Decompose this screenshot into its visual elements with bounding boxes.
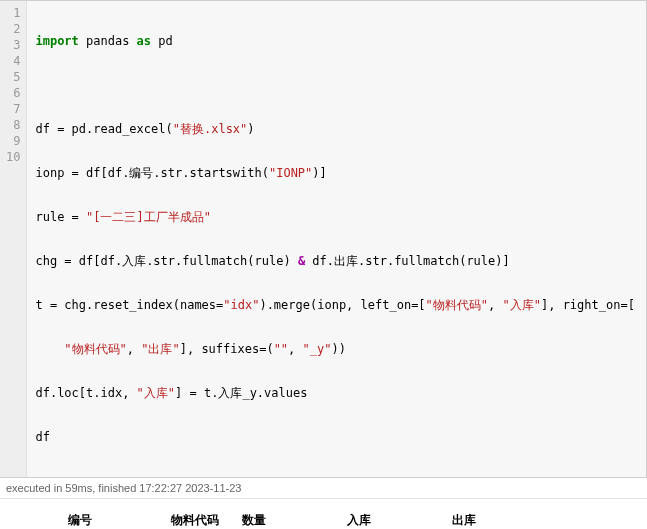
column-header: 出库 [381,505,486,529]
output-area: 编号 物料代码 数量 入库 出库 0IONP11010.00.00.000.00… [0,499,647,529]
index-header [6,505,33,529]
code-editor[interactable]: import pandas as pd df = pd.read_excel("… [27,1,646,477]
table-header-row: 编号 物料代码 数量 入库 出库 [6,505,486,529]
code-line: ionp = df[df.编号.str.startswith("IONP")] [35,165,638,181]
code-line: import pandas as pd [35,33,638,49]
line-number: 6 [6,85,20,101]
execution-status: executed in 59ms, finished 17:22:27 2023… [0,478,647,499]
line-number: 7 [6,101,20,117]
column-header: 数量 [229,505,276,529]
code-line: df.loc[t.idx, "入库"] = t.入库_y.values [35,385,638,401]
column-header: 入库 [276,505,381,529]
line-number: 8 [6,117,20,133]
line-number: 1 [6,5,20,21]
line-number: 10 [6,149,20,165]
code-line: df = pd.read_excel("替换.xlsx") [35,121,638,137]
code-line: t = chg.reset_index(names="idx").merge(i… [35,297,638,313]
code-cell[interactable]: 1 2 3 4 5 6 7 8 9 10 import pandas as pd… [0,0,647,478]
line-number: 5 [6,69,20,85]
column-header: 编号 [33,505,102,529]
code-line: df [35,429,638,445]
code-line [35,77,638,93]
code-line: chg = df[df.入库.str.fullmatch(rule) & df.… [35,253,638,269]
line-number: 2 [6,21,20,37]
code-line: rule = "[一二三]工厂半成品" [35,209,638,225]
column-header: 物料代码 [102,505,229,529]
line-number: 3 [6,37,20,53]
line-number: 9 [6,133,20,149]
line-number-gutter: 1 2 3 4 5 6 7 8 9 10 [0,1,27,477]
line-number: 4 [6,53,20,69]
code-line: "物料代码", "出库"], suffixes=("", "_y")) [35,341,638,357]
dataframe-table: 编号 物料代码 数量 入库 出库 0IONP11010.00.00.000.00… [6,505,486,529]
